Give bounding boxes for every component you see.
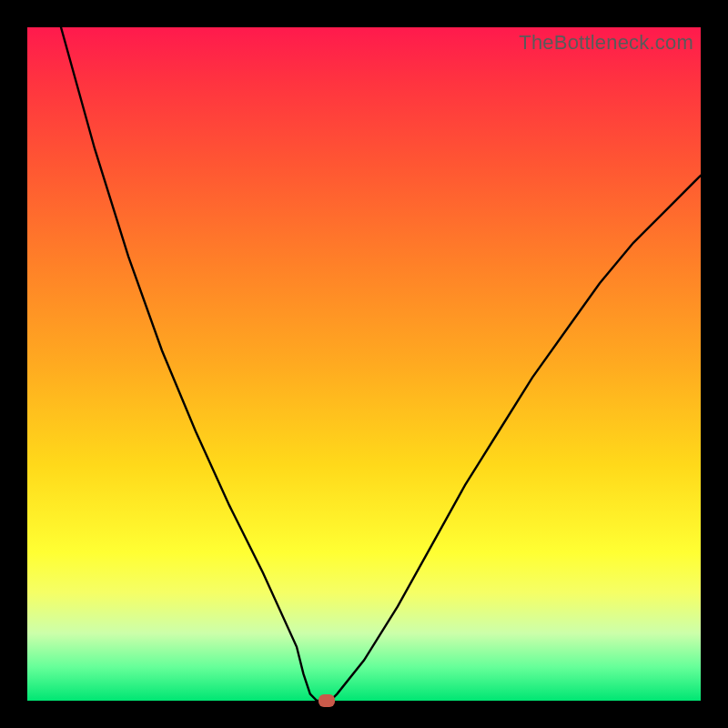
optimal-point-marker [318,694,335,707]
plot-area: TheBottleneck.com [27,27,701,701]
bottleneck-curve [27,27,701,701]
chart-frame: TheBottleneck.com [0,0,728,728]
curve-path [61,27,701,701]
